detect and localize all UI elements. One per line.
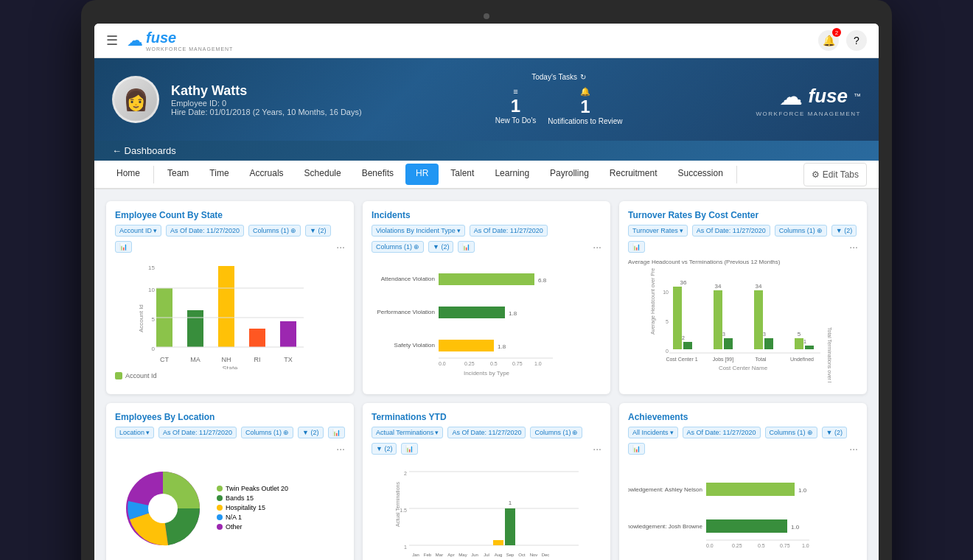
svg-text:1: 1 [803,339,806,344]
nav-recruitment[interactable]: Recruitment [599,161,668,188]
turnover-filter2[interactable]: ▼ (2) [831,225,857,237]
location-more[interactable]: ··· [336,443,345,455]
widget-turnover: Turnover Rates By Cost Center Turnover R… [619,201,867,394]
refresh-icon[interactable]: ↻ [580,73,586,81]
svg-text:Mar: Mar [436,553,443,557]
svg-text:5: 5 [798,331,801,337]
turnover-more[interactable]: ··· [849,241,858,253]
svg-rect-26 [439,340,494,351]
dashboards-bar: ← Dashboards [94,141,879,161]
location-columns[interactable]: Columns (1) ⊕ [241,427,293,438]
incidents-filter[interactable]: Violations By Incident Type ▾ [372,225,465,237]
dashboards-back-link[interactable]: ← Dashboards [112,145,861,156]
svg-text:0: 0 [152,346,156,352]
svg-text:Sep: Sep [506,553,515,557]
achievements-more[interactable]: ··· [849,443,858,455]
notifications-icon[interactable]: 🔔 2 [818,30,839,51]
new-todos-card[interactable]: ≡ 1 New To Do's [495,87,537,126]
svg-rect-47 [754,290,763,349]
svg-text:Jan: Jan [412,553,419,557]
hamburger-menu[interactable]: ☰ [106,32,118,49]
incidents-more[interactable]: ··· [593,241,601,253]
location-chart-container: Twin Peaks Outlet 20 Bands 15 Hospitalit… [115,461,345,556]
svg-text:6.8: 6.8 [538,277,547,284]
nav-time[interactable]: Time [199,161,239,188]
edit-tabs-button[interactable]: ⚙ Edit Tabs [803,163,867,186]
turnover-date[interactable]: As Of Date: 11/27/2020 [692,225,770,237]
achievements-chart: Acknowledgement: Ashley Nelson 1.0 Ackno… [628,461,858,560]
terminations-chart-type[interactable]: 📊 [401,443,418,455]
user-name: Kathy Watts [171,83,362,99]
turnover-chart-type[interactable]: 📊 [628,241,645,253]
location-filter2[interactable]: ▼ (2) [298,427,323,438]
incidents-columns[interactable]: Columns (1) ⊕ [372,241,424,253]
nav-learning[interactable]: Learning [484,161,540,188]
nav-accruals[interactable]: Accruals [240,161,294,188]
dashboard-grid: Employee Count By State Account ID ▾ As … [106,201,867,560]
avatar: 👩 [112,76,159,123]
widget-title-employee-count: Employee Count By State [115,210,345,220]
svg-rect-44 [724,338,733,349]
svg-text:Acknowledgement: Ashley Nelson: Acknowledgement: Ashley Nelson [628,486,702,493]
svg-text:5: 5 [152,316,156,323]
nav-talent[interactable]: Talent [440,161,484,188]
svg-text:Total Terminations over Previo: Total Terminations over Previous 12 Mont… [827,327,832,382]
gear-icon: ⚙ [812,169,820,180]
nav-hr[interactable]: HR [405,164,439,185]
terminations-more[interactable]: ··· [593,443,601,455]
nav-payrolling[interactable]: Payrolling [540,161,599,188]
terminations-columns[interactable]: Columns (1) ⊕ [530,427,582,438]
svg-text:0.25: 0.25 [732,543,742,548]
achievements-chart-type[interactable]: 📊 [628,443,645,455]
svg-text:1.0: 1.0 [798,487,807,494]
svg-text:1: 1 [404,545,407,550]
widget-title-terminations: Terminations YTD [372,412,601,422]
employee-count-columns[interactable]: Columns (1) ⊕ [248,225,301,237]
turnover-filter[interactable]: Turnover Rates ▾ [628,225,688,237]
brand-cloud-icon: ☁ [779,83,803,111]
achievements-columns[interactable]: Columns (1) ⊕ [765,427,817,438]
svg-text:Cost Center Name: Cost Center Name [719,365,768,371]
achievements-filter[interactable]: All Incidents ▾ [628,427,678,438]
nav-home[interactable]: Home [106,161,150,188]
notifications-card[interactable]: 🔔 1 Notifications to Review [548,87,622,126]
svg-text:0: 0 [666,349,669,354]
fuse-logo-sub: WORKFORCE MANAGEMENT [146,46,233,52]
terminations-chart: Actual Terminations 1 1.5 2 [372,461,601,560]
employee-count-date[interactable]: As Of Date: 11/27/2020 [166,225,244,237]
location-chart-type[interactable]: 📊 [328,427,345,438]
turnover-columns[interactable]: Columns (1) ⊕ [775,225,827,237]
widget-achievements: Achievements All Incidents ▾ As Of Date:… [619,403,867,560]
incidents-filter2[interactable]: ▼ (2) [428,241,453,253]
nav-schedule[interactable]: Schedule [294,161,352,188]
incidents-date[interactable]: As Of Date: 11/27/2020 [470,225,548,237]
terminations-date[interactable]: As Of Date: 11/27/2020 [447,427,526,438]
employee-count-chart-type[interactable]: 📊 [115,241,132,253]
achievements-filter2[interactable]: ▼ (2) [822,427,847,438]
svg-text:Oct: Oct [518,553,526,557]
location-filter[interactable]: Location ▾ [115,427,154,438]
employee-id: Employee ID: 0 [171,99,362,108]
nav-team[interactable]: Team [157,161,199,188]
employee-count-filter2[interactable]: ▼ (2) [305,225,330,237]
svg-rect-23 [439,307,505,318]
achievements-date[interactable]: As Of Date: 11/27/2020 [683,427,761,438]
svg-text:1.8: 1.8 [498,343,506,350]
terminations-filter[interactable]: Actual Terminations ▾ [372,427,443,438]
help-icon[interactable]: ? [846,30,867,51]
widget-employee-count: Employee Count By State Account ID ▾ As … [106,201,354,394]
widget-title-achievements: Achievements [628,412,858,422]
location-date[interactable]: As Of Date: 11/27/2020 [158,427,237,438]
nav-succession[interactable]: Succession [668,161,733,188]
camera [484,13,489,19]
incidents-chart-type[interactable]: 📊 [458,241,475,253]
svg-text:0.5: 0.5 [758,543,765,548]
employee-count-more[interactable]: ··· [336,241,345,253]
nav-benefits[interactable]: Benefits [352,161,404,188]
terminations-filter2[interactable]: ▼ (2) [372,443,397,455]
svg-text:2: 2 [404,471,407,476]
svg-text:34: 34 [756,283,762,290]
screen: ☰ ☁ fuse WORKFORCE MANAGEMENT 🔔 2 ? [94,24,879,560]
employee-count-filter[interactable]: Account ID ▾ [115,225,161,237]
svg-text:Feb: Feb [424,553,432,557]
